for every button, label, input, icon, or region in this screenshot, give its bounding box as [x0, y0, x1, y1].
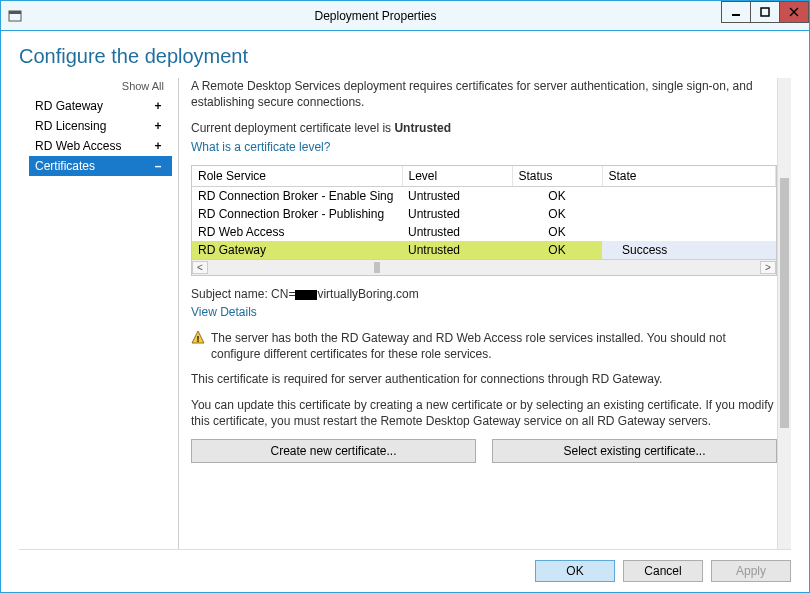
select-existing-certificate-button[interactable]: Select existing certificate...	[492, 439, 777, 463]
apply-button[interactable]: Apply	[711, 560, 791, 582]
show-all-link[interactable]: Show All	[29, 78, 172, 96]
subject-name-line: Subject name: CN=virtuallyBoring.com	[191, 286, 777, 302]
sidebar-item-label: RD Gateway	[35, 99, 103, 113]
sidebar-item-certificates[interactable]: Certificates –	[29, 156, 172, 176]
cancel-button[interactable]: Cancel	[623, 560, 703, 582]
sidebar: Show All RD Gateway + RD Licensing + RD …	[19, 78, 179, 549]
dialog-footer: OK Cancel Apply	[19, 549, 791, 582]
table-row[interactable]: RD Web Access Untrusted OK	[192, 223, 776, 241]
cert-level-value: Untrusted	[394, 121, 451, 135]
sidebar-item-label: RD Web Access	[35, 139, 121, 153]
sidebar-item-rd-web-access[interactable]: RD Web Access +	[29, 136, 172, 156]
expand-icon[interactable]: +	[152, 139, 164, 153]
svg-rect-3	[761, 8, 769, 16]
table-row[interactable]: RD Connection Broker - Publishing Untrus…	[192, 205, 776, 223]
svg-text:!: !	[197, 334, 200, 344]
required-text: This certificate is required for server …	[191, 371, 777, 387]
warning-icon: !	[191, 330, 205, 362]
update-info-text: You can update this certificate by creat…	[191, 397, 777, 429]
close-button[interactable]	[779, 1, 809, 23]
col-role-service[interactable]: Role Service	[192, 166, 402, 187]
table-header-row: Role Service Level Status State	[192, 166, 776, 187]
intro-text: A Remote Desktop Services deployment req…	[191, 78, 777, 110]
scroll-thumb[interactable]	[780, 178, 789, 428]
table-row[interactable]: RD Connection Broker - Enable Sing Untru…	[192, 186, 776, 205]
cert-level-line: Current deployment certificate level is …	[191, 120, 777, 136]
minimize-button[interactable]	[721, 1, 751, 23]
scroll-left-icon[interactable]: <	[192, 261, 208, 274]
titlebar: Deployment Properties	[1, 1, 809, 31]
cert-level-help-link[interactable]: What is a certificate level?	[191, 140, 330, 154]
svg-rect-1	[9, 11, 21, 14]
main-panel: A Remote Desktop Services deployment req…	[191, 78, 791, 549]
scroll-thumb[interactable]	[374, 262, 380, 273]
app-icon	[1, 9, 29, 23]
expand-icon[interactable]: +	[152, 119, 164, 133]
role-service-table: Role Service Level Status State RD Conne…	[191, 165, 777, 276]
sidebar-item-rd-gateway[interactable]: RD Gateway +	[29, 96, 172, 116]
table-horizontal-scrollbar[interactable]: < >	[192, 259, 776, 275]
ok-button[interactable]: OK	[535, 560, 615, 582]
vertical-scrollbar[interactable]	[777, 78, 791, 549]
col-state[interactable]: State	[602, 166, 776, 187]
sidebar-item-label: RD Licensing	[35, 119, 106, 133]
maximize-button[interactable]	[750, 1, 780, 23]
col-level[interactable]: Level	[402, 166, 512, 187]
col-status[interactable]: Status	[512, 166, 602, 187]
sidebar-item-rd-licensing[interactable]: RD Licensing +	[29, 116, 172, 136]
redacted-text	[295, 290, 317, 300]
page-title: Configure the deployment	[19, 45, 791, 68]
expand-icon[interactable]: +	[152, 99, 164, 113]
table-row-selected[interactable]: RD Gateway Untrusted OK Success	[192, 241, 776, 259]
warning-text: The server has both the RD Gateway and R…	[211, 330, 777, 362]
sidebar-item-label: Certificates	[35, 159, 95, 173]
create-new-certificate-button[interactable]: Create new certificate...	[191, 439, 476, 463]
window-title: Deployment Properties	[29, 9, 722, 23]
collapse-icon[interactable]: –	[152, 159, 164, 173]
scroll-right-icon[interactable]: >	[760, 261, 776, 274]
view-details-link[interactable]: View Details	[191, 305, 257, 319]
